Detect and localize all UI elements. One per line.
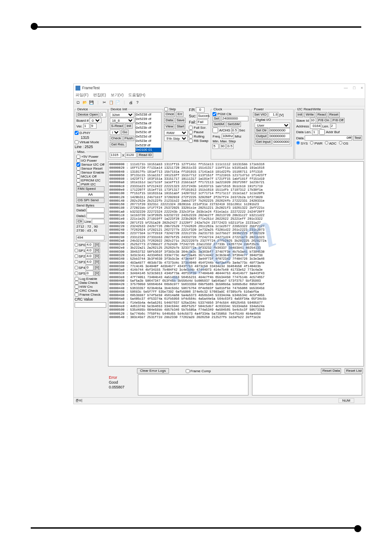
device-open-button[interactable]: Device Open [76,112,99,117]
log-enable-checkbox[interactable] [75,277,79,281]
test-button[interactable]: Test [353,135,362,141]
sread-button[interactable]: S-Read [110,123,124,129]
getres-button[interactable]: Get Res. [110,142,126,147]
menu-edit[interactable]: 편집(E) [93,92,106,98]
format-select[interactable]: 16_8 [110,118,134,123]
i2c-radio-pwr[interactable] [310,141,313,145]
device-open-value[interactable]: 1 [100,112,106,117]
i2c-reset-button[interactable]: Reset [328,112,340,117]
go-button[interactable]: Go [121,130,129,135]
error-log-left[interactable] [138,374,248,395]
init-list-item[interactable]: 0x5238 df [136,112,161,117]
close-button[interactable]: × [361,86,363,90]
i2c-radio-sys[interactable] [296,141,300,145]
data1-input[interactable] [86,213,104,218]
sp0-value[interactable]: 4.0 [86,242,94,247]
bit-select[interactable]: 32bit [110,112,134,117]
fullscr-checkbox[interactable] [189,126,193,130]
addrbuf-checkbox[interactable] [319,129,325,135]
init-listbox[interactable]: 0x5238 df0x5239 df0x523a df0x523b df0x52… [135,112,162,152]
flush-button[interactable]: Flush [123,136,135,141]
init-button[interactable]: Init [125,123,133,129]
res-height[interactable]: 3120 [125,152,137,158]
sp1-v-button[interactable]: [V] [94,248,100,253]
h-w-crc-checkbox[interactable] [75,285,79,289]
sp0-checkbox[interactable] [75,243,78,247]
minimize-button[interactable]: — [344,86,348,90]
sp2-checkbox[interactable] [75,254,78,258]
line-input[interactable] [92,219,104,224]
sp5-checkbox[interactable] [75,272,78,275]
sp2-v-button[interactable]: [V] [94,254,100,259]
misc-eprom-i2c-checkbox[interactable] [76,178,80,182]
pgmclk-checkbox[interactable] [212,112,216,116]
sp3-value[interactable]: 4.0 [86,259,94,265]
frame-check-checkbox[interactable] [75,293,79,297]
res-width[interactable]: 1315 [110,152,121,158]
raw-select[interactable]: RAW [164,130,188,135]
init-list-item[interactable]: 0x5239 df [136,117,161,121]
save-icon[interactable]: 💾 [89,100,94,105]
sp3-checkbox[interactable] [75,260,78,264]
data-check-checkbox[interactable] [75,281,79,285]
reset-data-button[interactable]: Reset Data [321,368,341,374]
i2c-radio-adc[interactable] [325,141,328,145]
i2c-radio-os[interactable] [339,141,342,145]
init-list-item[interactable]: 0x523c df [136,130,161,134]
set16m-button[interactable]: Set16M [226,122,241,127]
rolling-checkbox[interactable] [189,134,193,138]
misc-mclk-off-checkbox[interactable] [76,174,80,178]
clr-button[interactable]: Clr [76,219,83,224]
i2c-init-button[interactable]: Init [296,112,304,117]
misc-sensor-reset-checkbox[interactable] [76,167,80,170]
sp5-value[interactable]: 0 [86,271,94,276]
ver-minor[interactable]: 9 [90,123,97,129]
paste-icon[interactable]: 📄 [115,100,120,105]
sp3-v-button[interactable]: [V] [94,260,100,265]
misc-sensor-i2c-off-checkbox[interactable] [76,163,80,167]
open-icon[interactable]: 📂 [82,100,87,105]
setvio-button[interactable]: Set VIO [253,112,268,117]
crc-value-input[interactable] [75,302,106,308]
sp2-value[interactable]: 4.0 [86,254,94,259]
view-button[interactable]: View [164,124,174,129]
rbswap-checkbox[interactable] [189,139,193,143]
skip-select[interactable]: 5'th Skip [164,136,188,141]
init-list-item[interactable]: 0x0100 01 [136,148,161,152]
freq-value[interactable]: 10Mhz [222,134,234,139]
fan-speed-value[interactable]: AA [76,192,104,197]
sp4-checkbox[interactable] [75,266,78,269]
init-list-item[interactable]: 0x523a df [136,121,161,126]
sp5-v-button[interactable]: [V] [94,271,100,276]
sp4-value[interactable]: 0 [86,265,94,270]
sp4-v-button[interactable]: [V] [94,265,100,270]
misc-i-o-power-checkbox[interactable] [76,159,80,163]
once-button[interactable]: Once [164,112,175,117]
check-button[interactable]: Check [110,136,122,141]
menu-file[interactable]: 파일(F) [76,92,89,98]
setdir-button[interactable]: Set Dir [255,128,268,133]
os-spi-send-button[interactable]: OS SPI Send [76,198,104,203]
err-button[interactable]: Err [176,112,183,117]
sp1-checkbox[interactable] [75,249,78,252]
data0-input[interactable] [86,207,104,213]
init-list-item[interactable]: 0x523b df [136,126,161,130]
getinput-button[interactable]: Get Input [255,139,272,145]
ini-select[interactable]: INI [110,130,120,135]
set6m-button[interactable]: Set6M [212,122,225,127]
init-list-item[interactable]: 0x523d df [136,134,161,139]
sp1-value[interactable]: 4.0 [86,248,94,253]
help-icon[interactable]: ? [135,100,140,105]
misc-pwr-i2c-checkbox[interactable] [76,182,80,186]
copy-icon[interactable]: 📋 [108,100,114,105]
i2c-write-button[interactable]: Write [304,112,315,117]
save-button[interactable]: Save [175,118,186,123]
error-log-right[interactable] [252,374,363,395]
reset-list-button[interactable]: Reset List [345,368,363,374]
p8off-button[interactable]: P/8 Off [331,118,345,123]
virtual-mode-checkbox[interactable] [75,140,79,144]
menu-view[interactable]: 보기(V) [111,92,124,98]
cut-icon[interactable]: ✂ [102,100,107,105]
dphy-checkbox[interactable] [75,131,79,135]
user-select[interactable]: User [255,123,290,128]
